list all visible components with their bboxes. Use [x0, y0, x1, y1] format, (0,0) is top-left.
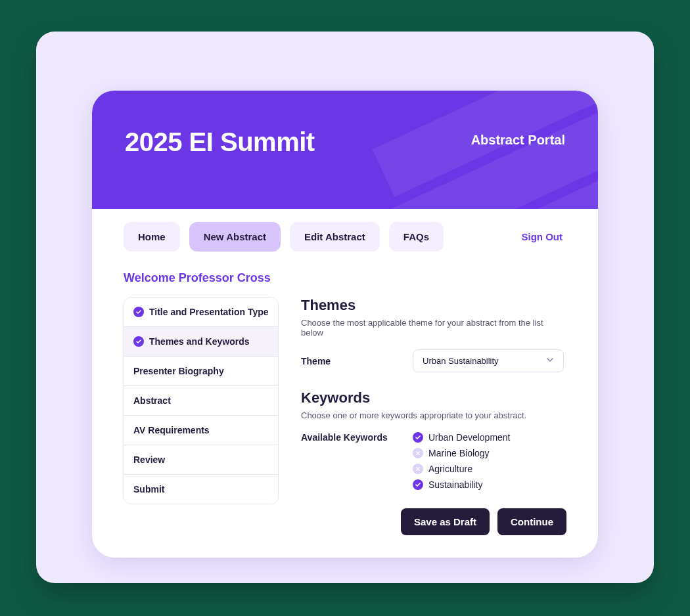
step-av-requirements[interactable]: AV Requirements — [124, 416, 278, 445]
form-area: Themes Choose the most applicable theme … — [301, 297, 566, 535]
check-icon — [133, 336, 144, 347]
check-icon — [413, 479, 423, 490]
banner-title: 2025 EI Summit — [125, 127, 315, 157]
keyword-label: Marine Biology — [428, 448, 490, 458]
theme-select-value: Urban Sustainability — [423, 356, 499, 366]
keyword-label: Agriculture — [428, 464, 472, 474]
step-submit[interactable]: Submit — [124, 475, 278, 504]
x-icon — [413, 464, 423, 474]
step-review[interactable]: Review — [124, 445, 278, 475]
step-label: Title and Presentation Type — [149, 307, 269, 317]
backdrop-card: 2025 EI Summit Abstract Portal Home New … — [36, 32, 654, 583]
continue-button[interactable]: Continue — [497, 508, 566, 535]
keyword-sustainability[interactable]: Sustainability — [413, 479, 511, 490]
step-presenter-bio[interactable]: Presenter Biography — [124, 357, 278, 386]
action-buttons: Save as Draft Continue — [301, 508, 566, 535]
nav-tab-faqs[interactable]: FAQs — [389, 222, 444, 252]
x-icon — [413, 448, 423, 458]
nav-tab-new-abstract[interactable]: New Abstract — [189, 222, 281, 252]
keywords-field-label: Available Keywords — [301, 432, 400, 443]
keyword-label: Urban Development — [428, 432, 511, 443]
step-label: Presenter Biography — [133, 366, 224, 376]
app-window: 2025 EI Summit Abstract Portal Home New … — [92, 91, 598, 558]
step-label: AV Requirements — [133, 425, 210, 435]
keywords-heading: Keywords — [301, 389, 566, 407]
nav-tab-edit-abstract[interactable]: Edit Abstract — [290, 222, 380, 252]
step-label: Submit — [133, 484, 164, 495]
keywords-list: Urban Development Marine Biology — [413, 432, 511, 490]
step-title-type[interactable]: Title and Presentation Type — [124, 297, 278, 327]
welcome-message: Welcome Professor Cross — [92, 259, 598, 297]
step-themes-keywords[interactable]: Themes and Keywords — [124, 327, 278, 357]
step-label: Abstract — [133, 395, 171, 406]
save-draft-button[interactable]: Save as Draft — [401, 508, 490, 535]
keyword-agriculture[interactable]: Agriculture — [413, 464, 511, 474]
keywords-field-row: Available Keywords Urban Development — [301, 432, 566, 490]
check-icon — [133, 307, 144, 317]
themes-heading: Themes — [301, 297, 566, 314]
keyword-urban-development[interactable]: Urban Development — [413, 432, 511, 443]
theme-field-row: Theme Urban Sustainability — [301, 349, 566, 372]
theme-field-label: Theme — [301, 356, 400, 366]
banner-subtitle: Abstract Portal — [471, 133, 565, 148]
step-abstract[interactable]: Abstract — [124, 386, 278, 416]
chevron-down-icon — [546, 356, 554, 366]
step-label: Themes and Keywords — [149, 336, 250, 347]
banner: 2025 EI Summit Abstract Portal — [92, 91, 598, 209]
nav-tab-home[interactable]: Home — [124, 222, 180, 252]
keyword-label: Sustainability — [428, 479, 483, 490]
keywords-hint: Choose one or more keywords appropriate … — [301, 410, 566, 420]
check-icon — [413, 432, 423, 443]
step-label: Review — [133, 454, 165, 465]
themes-hint: Choose the most applicable theme for you… — [301, 318, 566, 338]
step-list: Title and Presentation Type Themes and K… — [124, 297, 279, 504]
keyword-marine-biology[interactable]: Marine Biology — [413, 448, 511, 458]
main-nav: Home New Abstract Edit Abstract FAQs Sig… — [92, 209, 598, 259]
theme-select[interactable]: Urban Sustainability — [413, 349, 564, 372]
sign-out-link[interactable]: Sign Out — [522, 231, 567, 242]
